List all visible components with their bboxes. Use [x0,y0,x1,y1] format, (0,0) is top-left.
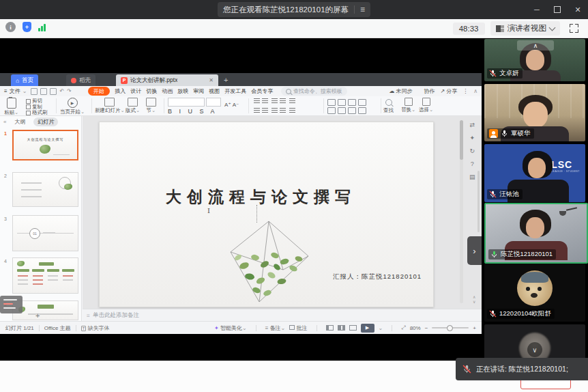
scroll-arrows[interactable]: ∧ ∨ [473,295,475,305]
participant-tile-partial[interactable]: ∨ [484,324,585,361]
collaborate-button[interactable]: 协作 [417,87,435,95]
network-signal-icon[interactable] [38,23,46,31]
missing-fonts-warning[interactable]: T缺失字体 [81,324,110,332]
close-tab-icon[interactable]: ✕ [209,77,214,83]
next-slide-button[interactable]: › [467,236,482,265]
list-buttons[interactable] [252,98,296,105]
theme-indicator[interactable]: Office 主题 [44,324,71,332]
maximize-button[interactable] [547,0,568,19]
save-icon[interactable] [31,88,38,95]
watching-banner[interactable]: 您正在观看陈芷悦121820101的屏幕 ≡ [218,2,370,17]
format-painter-button[interactable]: 格式刷 [26,110,48,116]
ribbon-tab-view[interactable]: 视图 [207,87,222,95]
leaf-diamond-graphic[interactable] [217,218,321,305]
new-tab-button[interactable]: + [224,76,228,84]
rotate-tool-icon[interactable]: ↻ [469,148,475,154]
presenter-caption[interactable]: 汇报人：陈芷悦121820101 [333,272,422,281]
shrink-font-icon[interactable]: A⁻ [233,102,239,108]
slide-layout-button[interactable]: 版式⌄ [126,98,140,114]
wps-tab-docer[interactable]: 稻壳 [66,74,95,86]
sorter-view-icon[interactable] [338,325,345,331]
select-button[interactable]: 选择⌄ [419,98,433,113]
ribbon-tab-slideshow[interactable]: 放映 [175,87,191,95]
collapse-ribbon-icon[interactable]: ∧ [473,88,477,94]
ribbon-tab-start[interactable]: 开始 [88,87,110,96]
ribbon-tab-transition[interactable]: 切换 [144,87,160,95]
command-search-box[interactable]: 查找命令、搜索模板 [281,87,347,96]
scroll-down-icon[interactable]: ∨ [473,300,475,305]
beautify-tool-icon[interactable]: ✦ [469,135,475,141]
security-shield-icon[interactable]: + [23,22,31,32]
ribbon-tab-animation[interactable]: 动画 [160,87,175,95]
zoom-in-button[interactable]: + [473,325,476,331]
print-icon[interactable] [40,88,47,95]
zoom-slider[interactable] [432,327,469,328]
ribbon-tab-devtools[interactable]: 开发工具 [222,87,249,95]
paste-button[interactable]: 粘贴⌄ [4,98,18,116]
slide-thumbnail-4[interactable] [12,257,78,294]
reading-view-icon[interactable] [349,325,357,331]
zoom-slider-knob[interactable] [447,325,453,331]
meeting-info-icon[interactable]: i [5,22,16,32]
grow-font-icon[interactable]: A⁺ [224,102,231,108]
slide-scrollbar[interactable] [460,120,463,303]
zoom-percent[interactable]: 80% [410,325,421,331]
tab-outline[interactable]: 大纲 [10,117,29,126]
wps-tab-home[interactable]: ⌂ 首页 [11,74,38,86]
panel-tool-icon[interactable]: ▤ [469,173,475,180]
sync-status-button[interactable]: ☁未同步 [389,87,412,95]
shape-tool-icons[interactable] [327,99,366,114]
participant-tile[interactable]: ∧ 文卓妍 [484,39,585,81]
font-style-buttons[interactable]: B I U S A [168,108,239,115]
replace-button[interactable]: 替换⌄ [401,98,415,113]
ribbon-tab-design[interactable]: 设计 [128,87,144,95]
view-mode-button[interactable]: 演讲者视图 [490,21,561,36]
current-slide[interactable]: 大创流程与论文撰写 I [99,122,434,307]
more-icon[interactable]: ⋮ [462,88,468,94]
expand-strip-button[interactable]: ∨ [527,342,542,357]
output-icon[interactable] [50,88,57,95]
fullscreen-button[interactable] [570,24,578,33]
ribbon-tab-member[interactable]: 会员专享 [249,87,276,95]
slide-thumbnail-1[interactable]: 大创流程与论文撰写 [12,130,78,160]
scroll-up-icon[interactable]: ∧ [473,295,475,300]
ribbon-tab-review[interactable]: 审阅 [191,87,207,95]
find-button[interactable]: 查找 [383,98,394,114]
play-options-icon[interactable]: ⌄ [379,325,383,331]
notes-toggle-button[interactable]: ≡ 备注⌄ [265,324,286,332]
comments-toggle-button[interactable]: 批注 [289,324,307,332]
collapse-panel-icon[interactable]: « [3,119,6,125]
slideshow-play-button[interactable]: ▶ [361,324,374,333]
notes-bar[interactable]: ≡ 单击此处添加备注 [83,309,482,321]
sidebar-resize-handle[interactable] [477,171,480,232]
participant-tile[interactable]: LSCLEAGUE · STUDENT 汪铱池 [484,144,585,202]
section-button[interactable]: 节⌄ [146,98,156,114]
add-slide-button[interactable]: + [35,311,40,320]
close-button[interactable]: ✕ [568,0,588,19]
ribbon-tab-insert[interactable]: 插入 [113,87,128,95]
participant-tile[interactable]: 122020104欧阳舒 [484,264,585,322]
undo-icon[interactable]: ↶ [59,88,64,94]
ai-beautify-button[interactable]: ✦ 智能美化⌄ [214,324,247,332]
font-size-box[interactable] [206,98,221,107]
fit-window-icon[interactable]: ⤢ [401,324,405,331]
swap-tool-icon[interactable]: ⇄ [469,122,475,128]
play-from-current-button[interactable]: ▶ 当页开始⌄ [60,98,85,115]
participant-tile-active-speaker[interactable]: 陈芷悦121820101 [484,203,588,264]
minimize-button[interactable]: ─ [527,0,547,19]
new-slide-button[interactable]: 新建幻灯片⌄ [95,98,125,114]
help-tool-icon[interactable]: ? [471,160,474,167]
font-name-box[interactable] [168,98,205,107]
banner-menu-icon[interactable]: ≡ [360,5,365,14]
slide-thumbnail-2[interactable] [12,172,78,207]
file-menu[interactable]: ≡ 文件 ⌄ [0,87,31,95]
align-buttons[interactable] [252,108,296,115]
zoom-out-button[interactable]: − [425,325,428,331]
wps-tab-document[interactable]: P 论文大创讲解.pptx ✕ [116,74,218,86]
collapse-strip-button[interactable]: ∧ [517,40,554,51]
slide-title[interactable]: 大创流程与论文撰写 [100,186,433,208]
slide-thumbnail-3[interactable]: 01 [12,215,78,251]
participant-tile[interactable]: 覃硕华 [484,84,585,141]
share-button[interactable]: ↗分享 [440,87,457,95]
normal-view-icon[interactable] [326,325,334,331]
